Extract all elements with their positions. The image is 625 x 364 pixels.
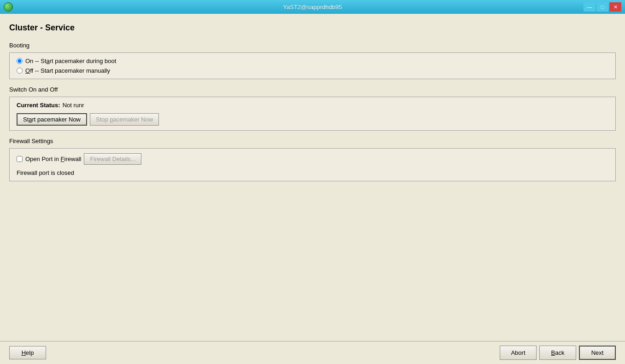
- next-label: Next: [591, 349, 604, 356]
- window-title: YaST2@sapprdhdb95: [283, 4, 342, 11]
- help-label: Help: [22, 349, 34, 356]
- firewall-section: Open Port in Firewall Firewall Details..…: [9, 148, 616, 181]
- firewall-details-label: Firewall Details...: [90, 156, 135, 162]
- booting-on-radio[interactable]: [17, 58, 23, 64]
- status-row: Current Status: Not runr: [17, 102, 608, 109]
- firewall-details-button[interactable]: Firewall Details...: [84, 153, 141, 165]
- open-port-label[interactable]: Open Port in Firewall: [25, 156, 81, 162]
- back-label: Back: [551, 349, 565, 356]
- window-controls: — □ ✕: [584, 2, 621, 12]
- abort-label: Abort: [511, 349, 525, 356]
- switch-section: Current Status: Not runr Start pacemaker…: [9, 97, 616, 131]
- firewall-section-label: Firewall Settings: [9, 138, 616, 144]
- current-status-label: Current Status:: [17, 102, 60, 109]
- firewall-status: Firewall port is closed: [17, 169, 608, 176]
- main-window: Cluster - Service Booting On -- Start pa…: [0, 14, 625, 364]
- current-status-value: Not runr: [63, 102, 84, 109]
- start-pacemaker-button[interactable]: Start pacemaker Now: [17, 113, 87, 126]
- booting-section-label: Booting: [9, 42, 616, 49]
- booting-on-label[interactable]: On -- Start pacemaker during boot: [25, 58, 116, 64]
- title-bar: YaST2@sapprdhdb95 — □ ✕: [0, 0, 625, 14]
- stop-pacemaker-label: Stop pacemaker Now: [96, 116, 153, 123]
- abort-button[interactable]: Abort: [500, 346, 537, 360]
- open-port-checkbox[interactable]: [17, 156, 23, 162]
- booting-on-row: On -- Start pacemaker during boot: [17, 58, 608, 64]
- maximize-button[interactable]: □: [596, 2, 608, 12]
- switch-button-row: Start pacemaker Now Stop pacemaker Now: [17, 113, 608, 126]
- stop-pacemaker-button[interactable]: Stop pacemaker Now: [90, 113, 159, 126]
- bottom-left-buttons: Help: [9, 346, 46, 359]
- bottom-bar: Help Abort Back Next: [0, 341, 625, 364]
- booting-section: On -- Start pacemaker during boot Off --…: [9, 52, 616, 79]
- minimize-button[interactable]: —: [584, 2, 596, 12]
- page-title: Cluster - Service: [9, 23, 616, 33]
- back-button[interactable]: Back: [539, 346, 576, 360]
- help-button[interactable]: Help: [9, 346, 46, 359]
- close-button[interactable]: ✕: [609, 2, 621, 12]
- bottom-right-buttons: Abort Back Next: [500, 346, 616, 360]
- booting-off-radio[interactable]: [17, 68, 23, 74]
- booting-off-label[interactable]: Off -- Start pacemaker manually: [25, 67, 110, 74]
- content-area: Cluster - Service Booting On -- Start pa…: [0, 14, 625, 341]
- firewall-checkbox-row: Open Port in Firewall Firewall Details..…: [17, 153, 608, 165]
- switch-section-label: Switch On and Off: [9, 86, 616, 93]
- start-pacemaker-label: Start pacemaker Now: [23, 116, 81, 123]
- booting-off-row: Off -- Start pacemaker manually: [17, 67, 608, 74]
- next-button[interactable]: Next: [579, 346, 616, 360]
- app-icon: [4, 2, 13, 12]
